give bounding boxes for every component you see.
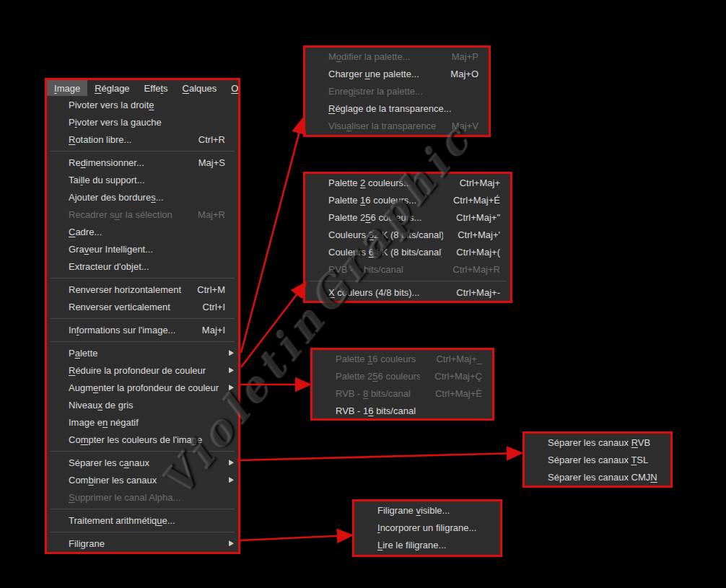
- menu-item[interactable]: Charger une palette...Maj+O: [305, 65, 489, 82]
- menu-item-label: Cadre...: [69, 227, 225, 237]
- submenu-arrow-icon: ▶: [225, 348, 234, 357]
- image-menu-window: ImageRéglageEffetsCalquesObjetsSél Pivot…: [45, 78, 240, 554]
- menu-item[interactable]: Palette 16 couleurs...Ctrl+Maj+É: [305, 191, 510, 209]
- menu-item: Visualiser la transparenceMaj+V: [305, 117, 489, 134]
- menu-item-label: Ajouter des bordures...: [69, 192, 225, 203]
- menu-item[interactable]: Redimensionner...Maj+S: [47, 154, 238, 171]
- submenu-arrow-icon: ▶: [225, 366, 234, 374]
- menu-item[interactable]: Lire le filigrane...: [354, 536, 500, 553]
- menu-item[interactable]: Séparer les canaux CMJN: [525, 468, 670, 486]
- menu-item[interactable]: Incorporer un filigrane...: [354, 519, 500, 536]
- menu-item-shortcut: Maj+I: [202, 325, 225, 335]
- menu-item-label: Pivoter vers la droite: [69, 100, 225, 110]
- menu-item[interactable]: Palette 2 couleurs...Ctrl+Maj+: [305, 174, 510, 191]
- menu-item-label: Couleurs 64 K (8 bits/canal)...: [328, 247, 442, 258]
- submenu-arrow-icon: ▶: [225, 475, 234, 484]
- menu-item[interactable]: Filigrane visible...: [354, 501, 500, 519]
- menu-item-shortcut: Maj+S: [198, 157, 225, 168]
- menu-item[interactable]: Filigrane▶: [47, 535, 238, 552]
- menu-item[interactable]: Cadre...: [47, 223, 238, 240]
- menu-item[interactable]: Pivoter vers la gauche: [47, 113, 238, 131]
- menu-item-label: Palette 16 couleurs...: [328, 195, 439, 206]
- menu-item[interactable]: Couleurs 64 K (8 bits/canal)...Ctrl+Maj+…: [305, 243, 510, 260]
- menu-item[interactable]: Informations sur l'image...Maj+I: [47, 321, 238, 338]
- menu-separator: [47, 275, 238, 281]
- submenu-arrow-icon: ▶: [225, 383, 234, 392]
- menu-item[interactable]: Graveur Intelligent...: [47, 240, 238, 258]
- menu-item-shortcut: Maj+P: [452, 51, 478, 62]
- menu-item-label: Lire le filigrane...: [377, 540, 490, 550]
- menu-item[interactable]: Ajouter des bordures...: [47, 188, 238, 206]
- increase-color-depth-submenu-window: Palette 16 couleursCtrl+Maj+_Palette 256…: [310, 348, 494, 421]
- menu-item-label: Séparer les canaux RVB: [548, 437, 660, 448]
- menu-item[interactable]: Traitement arithmétique...: [47, 512, 238, 529]
- menu-item[interactable]: Compter les couleurs de l'image: [47, 431, 238, 448]
- menu-item-shortcut: Ctrl+Maj+É: [453, 195, 500, 206]
- menu-item-label: Rotation libre...: [69, 134, 184, 145]
- menu-item[interactable]: Renverser horizontalementCtrl+M: [47, 281, 238, 298]
- menubar-item-image[interactable]: Image: [47, 80, 87, 96]
- menu-item-label: Pivoter vers la gauche: [69, 117, 225, 128]
- menu-item-label: Image en négatif: [69, 417, 225, 428]
- menu-item: Recadrer sur la sélectionMaj+R: [47, 206, 238, 223]
- menu-item-label: Séparer les canaux TSL: [548, 455, 660, 465]
- menu-separator: [305, 278, 510, 284]
- menu-item-label: Combiner les canaux: [69, 475, 225, 486]
- menu-item-label: Compter les couleurs de l'image: [69, 434, 225, 445]
- menu-separator: [47, 448, 238, 454]
- menu-item[interactable]: Augmenter la profondeur de couleur▶: [47, 379, 238, 396]
- menu-item-shortcut: Ctrl+Maj+(: [456, 247, 500, 258]
- menu-item-label: Palette 256 couleurs...: [328, 212, 442, 223]
- submenu-arrow-icon: ▶: [225, 539, 234, 548]
- menu-item[interactable]: Séparer les canaux TSL: [525, 451, 670, 468]
- menu-item: RVB - 8 bits/canalCtrl+Maj+È: [312, 385, 492, 402]
- reduce-color-depth-submenu-panel: Palette 2 couleurs...Ctrl+Maj+Palette 16…: [305, 174, 510, 301]
- menu-item[interactable]: Rotation libre...Ctrl+R: [47, 131, 238, 148]
- menu-item-label: Supprimer le canal Alpha...: [69, 492, 225, 503]
- menu-item-shortcut: Maj+V: [452, 120, 478, 131]
- menu-item-shortcut: Ctrl+M: [197, 284, 225, 295]
- menu-item[interactable]: Combiner les canaux▶: [47, 471, 238, 488]
- menu-item[interactable]: Palette▶: [47, 344, 238, 361]
- menu-item-shortcut: Ctrl+Maj+Ç: [434, 371, 482, 382]
- menu-item[interactable]: Séparer les canaux RVB: [525, 434, 670, 451]
- image-menu-panel: Pivoter vers la droitePivoter vers la ga…: [47, 96, 238, 552]
- menu-item-label: Filigrane: [69, 538, 225, 549]
- menu-item-label: Redimensionner...: [69, 157, 184, 168]
- menu-item-shortcut: Maj+O: [450, 69, 478, 79]
- menubar-item-r-glage[interactable]: Réglage: [87, 80, 136, 96]
- menu-item[interactable]: Séparer les canaux▶: [47, 454, 238, 471]
- menu-item[interactable]: Réduire la profondeur de couleur▶: [47, 361, 238, 379]
- menu-item[interactable]: X couleurs (4/8 bits)...Ctrl+Maj+-: [305, 284, 510, 301]
- increase-color-depth-submenu-panel: Palette 16 couleursCtrl+Maj+_Palette 256…: [312, 350, 492, 419]
- menu-item-label: Palette 256 couleurs: [336, 371, 420, 382]
- menu-item[interactable]: Réglage de la transparence...: [305, 100, 489, 117]
- menubar-item-calques[interactable]: Calques: [175, 80, 224, 96]
- menu-item[interactable]: RVB - 16 bits/canal: [312, 402, 492, 419]
- menu-item-shortcut: Ctrl+Maj+": [456, 212, 500, 223]
- menu-item[interactable]: Extracteur d'objet...: [47, 258, 238, 275]
- menu-item-label: Niveaux de gris: [69, 400, 225, 411]
- watermark-submenu-panel: Filigrane visible...Incorporer un filigr…: [354, 501, 500, 553]
- menu-item-label: Palette 2 couleurs...: [328, 177, 445, 188]
- menu-item[interactable]: Niveaux de gris: [47, 396, 238, 413]
- menu-item[interactable]: Image en négatif: [47, 413, 238, 431]
- menu-item: Palette 256 couleursCtrl+Maj+Ç: [312, 367, 492, 385]
- menu-item[interactable]: Couleurs 32 K (8 bits/canal)...Ctrl+Maj+…: [305, 226, 510, 243]
- menu-item[interactable]: Taille du support...: [47, 171, 238, 188]
- menu-item-shortcut: Ctrl+Maj+R: [452, 264, 500, 275]
- menu-separator: [47, 148, 238, 154]
- menu-item[interactable]: Renverser verticalementCtrl+I: [47, 298, 238, 315]
- menu-item-shortcut: Ctrl+Maj+-: [456, 287, 500, 298]
- menu-item-label: Renverser horizontalement: [69, 284, 183, 295]
- menubar-item-objets[interactable]: Objets: [224, 80, 238, 96]
- menu-item-label: Réduire la profondeur de couleur: [69, 365, 225, 376]
- menubar-item-effets[interactable]: Effets: [137, 80, 175, 96]
- menu-item[interactable]: Palette 256 couleurs...Ctrl+Maj+": [305, 209, 510, 226]
- menu-item-label: X couleurs (4/8 bits)...: [328, 287, 442, 298]
- menu-item: RVB - 8 bits/canalCtrl+Maj+R: [305, 260, 510, 278]
- menu-item-label: Informations sur l'image...: [69, 325, 188, 335]
- menu-item-label: Séparer les canaux: [69, 457, 225, 468]
- menu-item-label: Visualiser la transparence: [328, 120, 437, 131]
- menu-item[interactable]: Pivoter vers la droite: [47, 96, 238, 113]
